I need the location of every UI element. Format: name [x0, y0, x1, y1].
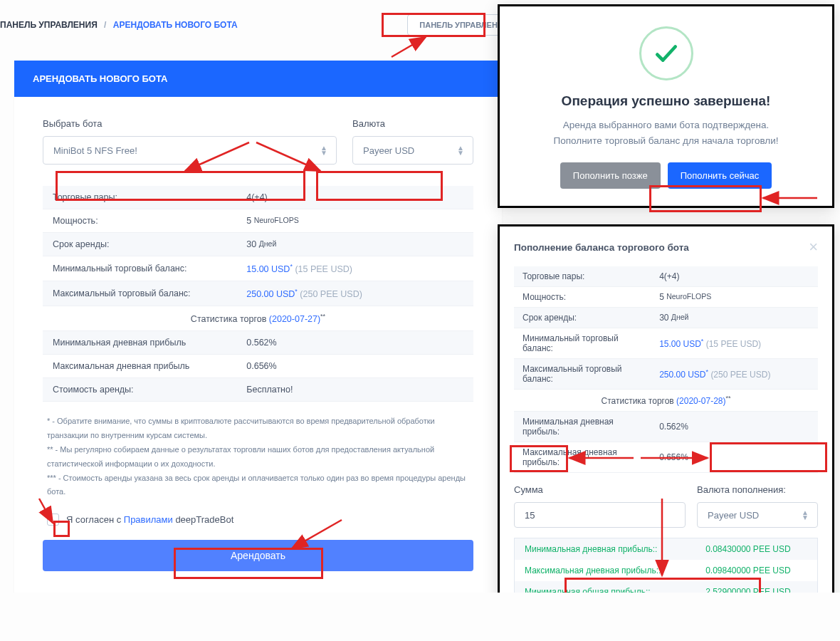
- select-bot-label: Выбрать бота: [43, 118, 337, 129]
- topup-currency-dropdown[interactable]: Payeer USD ▲▼: [697, 502, 818, 528]
- topup-now-button[interactable]: Пополнить сейчас: [668, 162, 772, 189]
- select-bot-dropdown[interactable]: MiniBot 5 NFS Free! ▲▼: [43, 136, 337, 165]
- topup-modal: Пополнение баланса торгового бота × Торг…: [498, 224, 834, 593]
- agreement-label: Я согласен с Правилами deepTradeBot: [66, 514, 233, 525]
- table-row: Мощность:5 NeuroFLOPS: [43, 209, 473, 233]
- rent-form-card: Выбрать бота MiniBot 5 NFS Free! ▲▼ Валю…: [14, 97, 502, 593]
- table-row: Статистика торгов (2020-07-27)**: [43, 306, 473, 331]
- chevron-updown-icon: ▲▼: [802, 510, 809, 520]
- table-row: Статистика торгов (2020-07-28)**: [514, 390, 818, 412]
- table-row: Минимальный торговый баланс:15.00 USD* (…: [43, 256, 473, 281]
- breadcrumb-home[interactable]: ПАНЕЛЬ УПРАВЛЕНИЯ: [0, 20, 98, 30]
- profit-estimate-table: Минимальная дневная прибыль::0.08430000 …: [514, 538, 818, 593]
- agreement-checkbox[interactable]: [47, 514, 59, 526]
- footnotes: * - Обратите внимание, что суммы в крипт…: [47, 415, 469, 499]
- table-row: Срок аренды:30 Дней: [514, 308, 818, 328]
- table-row: Максимальная дневная прибыль::0.09840000…: [515, 560, 818, 581]
- table-row: Минимальный торговый баланс:15.00 USD* (…: [514, 328, 818, 359]
- table-row: Минимальная общая прибыль::2.52900000 PE…: [515, 581, 818, 593]
- success-text: Аренда выбранного вами бота подтверждена…: [514, 118, 818, 148]
- table-row: Торговые пары:4(+4): [514, 266, 818, 287]
- rules-link[interactable]: Правилами: [124, 514, 173, 525]
- amount-input[interactable]: [514, 502, 686, 528]
- chevron-updown-icon: ▲▼: [457, 145, 464, 155]
- breadcrumb: ПАНЕЛЬ УПРАВЛЕНИЯ / АРЕНДОВАТЬ НОВОГО БО…: [0, 20, 238, 30]
- table-row: Срок аренды:30 Дней: [43, 233, 473, 256]
- topup-currency-label: Валюта пополнения:: [697, 484, 818, 495]
- table-row: Максимальный торговый баланс:250.00 USD*…: [514, 359, 818, 390]
- table-row: Стоимость аренды:Бесплатно!: [43, 378, 473, 402]
- amount-label: Сумма: [514, 484, 686, 495]
- table-row: Максимальная дневная прибыль0.656%: [43, 355, 473, 378]
- table-row: Мощность:5 NeuroFLOPS: [514, 287, 818, 308]
- close-icon[interactable]: ×: [809, 239, 818, 255]
- table-row: Минимальная дневная прибыль::0.08430000 …: [515, 538, 818, 561]
- success-title: Операция успешно завершена!: [514, 93, 818, 109]
- rent-button[interactable]: Арендовать: [43, 540, 473, 571]
- table-row: Максимальная дневная прибыль:0.656%: [514, 442, 818, 473]
- topup-later-button[interactable]: Пополнить позже: [560, 162, 661, 189]
- success-modal: Операция успешно завершена! Аренда выбра…: [498, 4, 834, 208]
- topup-modal-title: Пополнение баланса торгового бота: [514, 242, 689, 253]
- success-check-icon: [639, 26, 693, 80]
- currency-label: Валюта: [352, 118, 473, 129]
- bot-specs-table: Торговые пары:4(+4) Мощность:5 NeuroFLOP…: [43, 186, 473, 402]
- chevron-updown-icon: ▲▼: [320, 145, 327, 155]
- table-row: Минимальная дневная прибыль:0.562%: [514, 412, 818, 442]
- page-title: АРЕНДОВАТЬ НОВОГО БОТА: [14, 61, 502, 97]
- table-row: Максимальный торговый баланс:250.00 USD*…: [43, 281, 473, 306]
- table-row: Минимальная дневная прибыль0.562%: [43, 331, 473, 355]
- topup-specs-table: Торговые пары:4(+4) Мощность:5 NeuroFLOP…: [514, 266, 818, 473]
- currency-dropdown[interactable]: Payeer USD ▲▼: [352, 136, 473, 165]
- breadcrumb-current: АРЕНДОВАТЬ НОВОГО БОТА: [113, 20, 238, 30]
- table-row: Торговые пары:4(+4): [43, 186, 473, 209]
